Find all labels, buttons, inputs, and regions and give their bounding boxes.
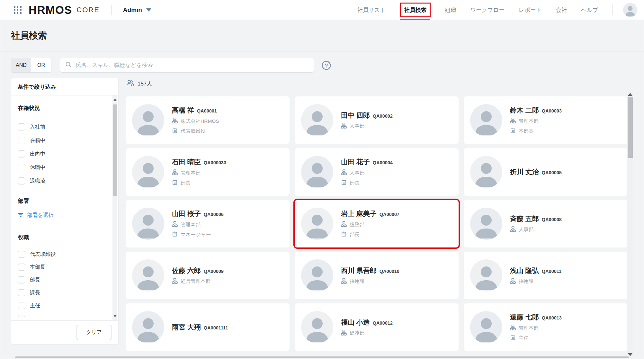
employee-department: 管理本部 (181, 170, 201, 176)
employee-card[interactable]: 折川 丈治QA00005 (464, 148, 628, 196)
employee-department-row: 人事部 (341, 123, 393, 130)
employee-card[interactable]: 石田 晴臣QA000033管理本部部長 (126, 148, 290, 196)
employee-card[interactable]: 浅山 隆弘QA00011採用課 (464, 252, 628, 299)
filter-option[interactable]: 在籍中 (18, 137, 105, 144)
checkbox-icon[interactable] (18, 177, 25, 184)
filter-option[interactable]: 退職済 (18, 177, 105, 184)
nav-tab-4[interactable]: ワークフロー (470, 0, 505, 20)
checkbox-icon[interactable] (18, 137, 25, 144)
or-toggle-button[interactable]: OR (31, 58, 51, 72)
search-box[interactable] (60, 58, 314, 73)
filter-option[interactable]: 入社前 (18, 123, 105, 130)
employee-photo (470, 156, 502, 188)
filter-option[interactable]: 休職中 (18, 164, 105, 171)
employee-name: 西川 県吾郎 (341, 266, 377, 275)
checkbox-icon[interactable] (18, 251, 25, 258)
scroll-up-icon[interactable] (628, 93, 632, 96)
scroll-up-icon[interactable] (113, 99, 117, 101)
nav-tab-6[interactable]: 会社 (556, 0, 567, 20)
employee-id: QA00004 (373, 160, 393, 165)
employee-card[interactable]: 鈴木 二郎QA00003管理本部本部長 (464, 96, 628, 144)
nav-tab-3[interactable]: 組織 (445, 0, 456, 20)
employee-card[interactable]: 佐藤 六郎QA00009経営管理本部 (126, 252, 290, 299)
select-department-link[interactable]: 部署を選択 (18, 212, 105, 219)
employee-id: QA00011 (542, 269, 561, 274)
employee-card[interactable]: 遠藤 七郎QA00013管理本部主任 (464, 303, 628, 351)
employee-card[interactable]: 山田 桜子QA00006管理本部マネージャー (126, 200, 290, 247)
checkbox-icon[interactable] (18, 150, 25, 157)
checkbox-icon[interactable] (18, 302, 25, 309)
checkbox-icon[interactable] (18, 276, 25, 283)
nav-tab-5[interactable]: レポート (519, 0, 541, 20)
scroll-down-icon[interactable] (628, 353, 632, 356)
employee-department-row: 採用課 (510, 278, 561, 285)
employee-photo (470, 259, 502, 292)
divider (111, 5, 112, 15)
nav-tab-label: 組織 (445, 6, 456, 14)
checkbox-icon[interactable] (18, 164, 25, 171)
employee-department: 管理本部 (519, 325, 539, 332)
filter-option-clipped[interactable] (18, 316, 105, 320)
clear-button[interactable]: クリア (76, 325, 112, 340)
employee-card[interactable]: 髙橋 祥QA00001株式会社HRMOS代表取締役 (126, 96, 290, 144)
employee-name-row: 雨宮 大翔QA0001111 (172, 323, 228, 332)
employee-photo (301, 311, 333, 343)
results-scrollbar[interactable] (627, 91, 633, 358)
employee-card[interactable]: 福山 小造QA00012総務部 (295, 303, 459, 351)
filter-option[interactable]: 出向中 (18, 150, 105, 157)
nav-tab-2[interactable]: 社員検索 (400, 0, 431, 20)
and-toggle-button[interactable]: AND (11, 58, 31, 72)
employee-position: マネージャー (181, 231, 211, 238)
scroll-down-icon[interactable] (113, 315, 117, 317)
employee-card[interactable]: 西川 県吾郎QA00010採用課 (295, 252, 459, 299)
filter-icon (18, 212, 23, 219)
employee-info: 遠藤 七郎QA00013管理本部主任 (510, 313, 562, 342)
employee-card[interactable]: 雨宮 大翔QA0001111 (126, 303, 290, 351)
filter-option[interactable]: 本部長 (18, 264, 105, 271)
app-launcher-icon[interactable] (14, 6, 22, 14)
checkbox-icon[interactable] (18, 316, 25, 320)
horizontal-scrollbar-thumb[interactable] (15, 356, 629, 358)
employee-department: 管理本部 (519, 118, 539, 125)
sidebar-scrollbar[interactable] (112, 95, 117, 320)
search-input[interactable] (75, 62, 309, 69)
employee-photo (132, 104, 164, 136)
org-tree-icon (172, 118, 178, 125)
svg-text:?: ? (325, 62, 328, 68)
checkbox-icon[interactable] (18, 289, 25, 296)
filter-option[interactable]: 代表取締役 (18, 251, 105, 258)
employee-card[interactable]: 斉藤 五郎QA00008人事部 (464, 200, 628, 247)
employee-position: 部長 (350, 180, 360, 186)
employee-id: QA00001 (197, 108, 217, 113)
employee-name-row: 佐藤 六郎QA00009 (172, 266, 224, 275)
employee-name-row: 髙橋 祥QA00001 (172, 106, 219, 115)
employee-department: 人事部 (350, 170, 365, 176)
employee-position-row: 部長 (172, 179, 226, 186)
filter-option[interactable]: 課長 (18, 289, 105, 296)
role-selector[interactable]: Admin (123, 6, 151, 13)
help-icon[interactable]: ? (321, 60, 331, 70)
nav-tab-1[interactable]: 社員リスト (357, 0, 386, 20)
employee-name-row: 斉藤 五郎QA00008 (510, 214, 562, 223)
employee-position-row: 部長 (341, 231, 399, 238)
org-tree-icon (341, 221, 347, 228)
employee-department-row: 経営管理本部 (172, 278, 224, 285)
employee-card[interactable]: 岩上 麻美子QA00007総務部部長 (295, 200, 459, 247)
checkbox-icon[interactable] (18, 123, 25, 130)
employee-name-row: 福山 小造QA00012 (341, 318, 393, 327)
results-scrollbar-thumb[interactable] (628, 97, 633, 158)
nav-tab-7[interactable]: ヘルプ (581, 0, 598, 20)
sidebar-scrollbar-thumb[interactable] (113, 104, 117, 196)
employee-name-row: 折川 丈治QA00005 (510, 167, 562, 176)
id-badge-icon (172, 179, 178, 186)
employee-card[interactable]: 山田 花子QA00004人事部部長 (295, 148, 459, 196)
filter-option[interactable]: 部長 (18, 276, 105, 283)
employee-card[interactable]: 田中 四郎QA00002人事部 (295, 96, 459, 144)
checkbox-icon[interactable] (18, 264, 25, 271)
filter-option[interactable]: 主任 (18, 302, 105, 309)
employee-department: 管理本部 (181, 221, 201, 228)
employee-info: 雨宮 大翔QA0001111 (172, 323, 228, 332)
employee-department-row: 人事部 (510, 226, 562, 233)
user-avatar[interactable] (623, 3, 637, 17)
filter-option-label: 本部長 (30, 264, 45, 271)
